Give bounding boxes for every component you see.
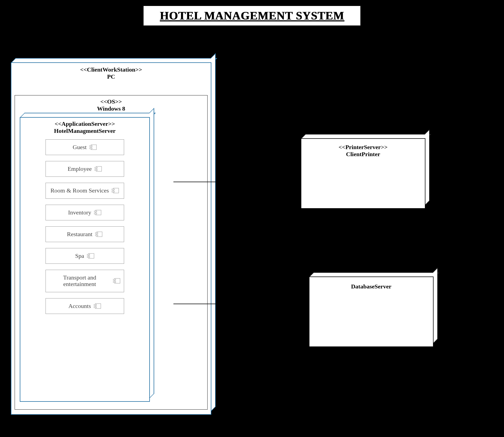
component-label: Guest <box>73 144 86 150</box>
component-label: Employee <box>67 166 92 172</box>
svg-rect-23 <box>94 307 96 308</box>
svg-rect-16 <box>87 254 90 255</box>
component-restaurant: Restaurant <box>46 226 124 242</box>
component-label: Accounts <box>68 303 91 309</box>
svg-rect-7 <box>112 189 114 190</box>
component-guest: Guest <box>46 139 124 155</box>
component-icon <box>87 253 95 259</box>
svg-rect-5 <box>95 169 97 171</box>
appserver-stereotype: <<ApplicationServer>> <box>24 120 146 127</box>
component-accounts: Accounts <box>46 298 124 314</box>
os-name: Windows 8 <box>20 105 202 112</box>
component-icon <box>112 188 119 194</box>
os-stereotype: <<OS>> <box>20 98 202 105</box>
pc-name: PC <box>15 73 208 80</box>
connection-pc-to-printer <box>173 182 301 182</box>
component-icon <box>94 210 102 216</box>
diagram-title-box: HOTEL MANAGEMENT SYSTEM <box>143 5 361 26</box>
component-icon <box>89 144 97 150</box>
svg-rect-10 <box>94 211 97 212</box>
printer-name: ClientPrinter <box>305 151 422 158</box>
component-list: Guest Employee Room & Room Services <box>24 139 146 314</box>
node-printer-server: <<PrinterServer>> ClientPrinter <box>301 138 425 209</box>
printer-stereotype: <<PrinterServer>> <box>305 144 422 151</box>
svg-rect-22 <box>94 304 96 306</box>
component-label: Restaurant <box>67 231 92 237</box>
svg-rect-19 <box>113 279 116 280</box>
node-os: <<OS>> Windows 8 <<ApplicationServer>> H… <box>15 95 208 410</box>
node-client-workstation: <<ClientWorkStation>> PC <<OS>> Windows … <box>11 62 211 415</box>
component-icon <box>94 303 101 309</box>
connection-pc-to-db <box>173 304 309 304</box>
component-room-services: Room & Room Services <box>46 183 124 198</box>
svg-rect-20 <box>113 281 116 282</box>
svg-rect-13 <box>95 233 98 234</box>
component-transport-entertainment: Transport and entertainment <box>46 270 124 292</box>
svg-rect-2 <box>89 148 92 149</box>
component-label: Spa <box>75 253 84 259</box>
appserver-name: HotelManagmentServer <box>24 127 146 134</box>
component-icon <box>113 278 121 284</box>
svg-rect-14 <box>95 235 98 236</box>
component-label: Room & Room Services <box>50 187 109 194</box>
component-icon <box>95 166 102 172</box>
diagram-title: HOTEL MANAGEMENT SYSTEM <box>160 9 344 22</box>
svg-rect-17 <box>87 256 90 258</box>
component-icon <box>95 231 103 237</box>
component-label: Transport and entertainment <box>49 274 110 287</box>
component-inventory: Inventory <box>46 205 124 220</box>
svg-rect-8 <box>112 191 114 192</box>
pc-stereotype: <<ClientWorkStation>> <box>15 66 208 73</box>
component-spa: Spa <box>46 248 124 264</box>
svg-rect-1 <box>89 146 92 147</box>
svg-rect-11 <box>94 213 97 214</box>
node-application-server: <<ApplicationServer>> HotelManagmentServ… <box>20 117 150 402</box>
component-label: Inventory <box>68 209 91 216</box>
svg-rect-4 <box>95 167 97 168</box>
db-name: DatabaseServer <box>313 283 430 290</box>
node-database-server: DatabaseServer <box>309 277 434 347</box>
component-employee: Employee <box>46 161 124 177</box>
